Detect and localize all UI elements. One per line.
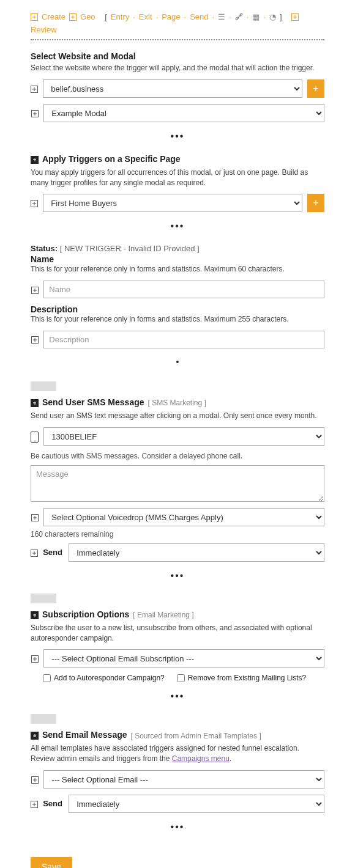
section-dots: ••• [31, 221, 324, 232]
page-section-title: Apply Triggers on a Specific Page [42, 154, 181, 164]
gray-chip [31, 594, 56, 603]
name-input[interactable] [43, 281, 324, 298]
plus-filled-icon[interactable] [31, 732, 39, 740]
website-section-title: Select Website and Modal [31, 51, 324, 61]
email-desc: All email templates have associated trig… [31, 743, 324, 764]
email-bracket: [ Sourced from Admin Email Templates ] [131, 732, 261, 740]
bracket-close: ] [280, 12, 282, 21]
sub-desc: Subscribe the user to a new list, unsubs… [31, 623, 324, 644]
email-title: Send Email Message [42, 730, 127, 740]
send-label: Send [43, 795, 64, 813]
top-breadcrumb: Create Geo [ Entry · Exit · Page · Send … [31, 12, 324, 34]
section-dots: ••• [31, 570, 324, 581]
expand-icon[interactable] [31, 110, 39, 117]
plus-icon [31, 13, 38, 21]
subscription-select[interactable]: --- Select Optional Email Subscription -… [43, 649, 324, 668]
gray-chip [31, 381, 56, 391]
link-icon: 🔗︎ [235, 12, 243, 21]
page-section-desc: You may apply triggers for all occurrenc… [31, 167, 324, 188]
camera-icon: ▦ [252, 12, 260, 21]
section-dot: • [31, 357, 324, 367]
campaigns-link[interactable]: Campaigns menu [172, 754, 230, 763]
nav-page[interactable]: Page [162, 12, 180, 21]
sms-title: Send User SMS Message [42, 397, 144, 407]
status-line: Status: [ NEW TRIGGER - Invalid ID Provi… [31, 244, 324, 253]
nav-create[interactable]: Create [42, 12, 65, 21]
char-remaining: 160 characters remaining [31, 530, 324, 539]
desc-title: Description [31, 304, 324, 314]
sms-bracket: [ SMS Marketing ] [148, 399, 206, 407]
add-website-button[interactable]: + [307, 79, 324, 98]
chk-autoresponder[interactable]: Add to Autoresponder Campaign? [43, 674, 165, 682]
expand-icon[interactable] [31, 514, 39, 521]
section-dots: ••• [31, 131, 324, 142]
expand-icon[interactable] [31, 776, 39, 784]
website-select[interactable]: belief.business [43, 79, 302, 98]
name-desc: This is for your reference only in forms… [31, 264, 324, 274]
bracket-open: [ [105, 12, 107, 21]
nav-entry[interactable]: Entry [111, 12, 129, 21]
expand-icon[interactable] [31, 550, 38, 557]
plus-filled-icon[interactable] [31, 156, 39, 164]
plus-icon [69, 13, 77, 21]
sms-number-select[interactable]: 1300BELIEF [43, 427, 324, 446]
description-input[interactable] [43, 331, 324, 348]
desc-desc: This is for your reference only in forms… [31, 314, 324, 325]
expand-icon[interactable] [31, 801, 38, 808]
sms-message-input[interactable] [31, 465, 324, 502]
list-icon: ☰ [218, 12, 225, 21]
section-dots: ••• [31, 822, 324, 833]
modal-select[interactable]: Example Modal [43, 104, 324, 122]
voicedrop-select[interactable]: Select Optional Voicedrop (MMS Charges A… [43, 508, 324, 526]
save-button[interactable]: Save [31, 857, 72, 868]
email-timing-select[interactable]: Immediately [69, 795, 324, 813]
nav-exit[interactable]: Exit [139, 12, 152, 21]
page-select[interactable]: First Home Buyers [43, 194, 302, 212]
divider [31, 39, 324, 40]
piechart-icon: ◔ [269, 12, 276, 21]
section-dots: ••• [31, 691, 324, 702]
sub-title: Subscription Options [42, 609, 129, 619]
send-label: Send [43, 543, 64, 562]
sms-desc: Send user an SMS text message after clic… [31, 411, 324, 421]
email-template-select[interactable]: --- Select Optional Email --- [43, 770, 324, 789]
plus-icon [291, 13, 299, 21]
sms-timing-select[interactable]: Immediately [69, 543, 324, 562]
gray-chip [31, 714, 56, 724]
nav-send[interactable]: Send [190, 12, 208, 21]
sub-bracket: [ Email Marketing ] [133, 611, 193, 619]
chk-remove-lists[interactable]: Remove from Existing Mailing Lists? [177, 674, 306, 682]
sms-hint: Be cautious with SMS messages. Consider … [31, 452, 324, 460]
add-page-button[interactable]: + [307, 194, 324, 212]
name-title: Name [31, 254, 324, 264]
expand-icon[interactable] [31, 200, 38, 207]
website-section-desc: Select the website where the trigger wil… [31, 63, 324, 73]
expand-icon[interactable] [31, 336, 39, 344]
plus-filled-icon[interactable] [31, 611, 39, 619]
expand-icon[interactable] [31, 655, 39, 663]
expand-icon[interactable] [31, 287, 39, 294]
nav-geo[interactable]: Geo [80, 12, 95, 21]
plus-filled-icon[interactable] [31, 399, 39, 407]
nav-review[interactable]: Review [31, 25, 57, 34]
phone-icon [31, 432, 39, 443]
expand-icon[interactable] [31, 86, 38, 93]
